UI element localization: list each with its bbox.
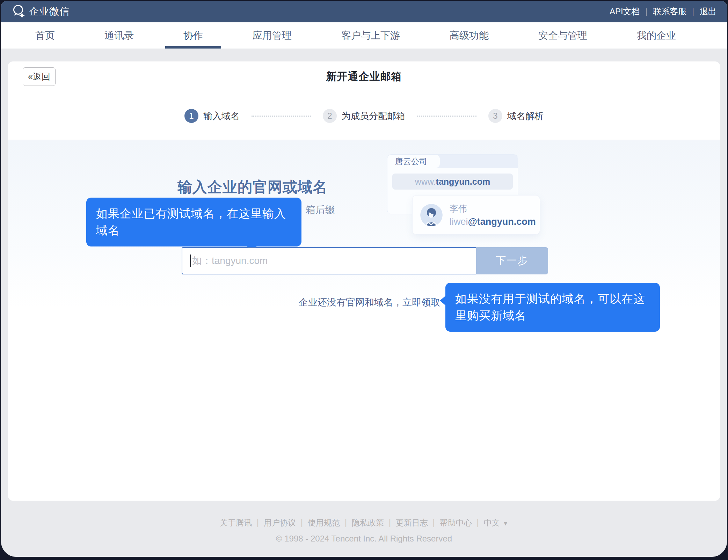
step-1-circle: 1 [184, 109, 198, 123]
app-window: 企业微信 API文档 | 联系客服 | 退出 首页 通讯录 协作 应用管理 客户… [1, 1, 727, 557]
domain-input-wrap [182, 247, 476, 274]
nav-tab-app-management[interactable]: 应用管理 [253, 22, 292, 49]
footer-link-changelog[interactable]: 更新日志 [396, 517, 428, 528]
avatar [420, 204, 443, 226]
nav-tab-security[interactable]: 安全与管理 [538, 22, 587, 49]
step-enter-domain: 1 输入域名 [184, 109, 240, 123]
contact-support-link[interactable]: 联系客服 [653, 6, 686, 17]
tooltip-buy-domain-text: 如果没有用于测试的域名，可以在这里购买新域名 [455, 292, 645, 322]
footer-separator: | [389, 518, 391, 528]
step-connector [252, 116, 311, 117]
tooltip-enter-domain-text: 如果企业已有测试域名，在这里输入域名 [96, 207, 286, 237]
footer-links: 关于腾讯 | 用户协议 | 使用规范 | 隐私政策 | 更新日志 | 帮助中心 … [220, 517, 508, 528]
topbar-links: API文档 | 联系客服 | 退出 [610, 6, 716, 17]
email-preview-card: 李伟 liwei@tangyun.com [412, 195, 540, 235]
top-bar: 企业微信 API文档 | 联系客服 | 退出 [1, 1, 727, 22]
logout-link[interactable]: 退出 [700, 6, 716, 17]
tooltip-enter-domain: 如果企业已有测试域名，在这里输入域名 [86, 198, 301, 246]
main-nav: 首页 通讯录 协作 应用管理 客户与上下游 高级功能 安全与管理 我的企业 [1, 22, 727, 49]
url-domain: tangyun.com [436, 177, 490, 187]
language-selector[interactable]: 中文 ▼ [484, 517, 508, 528]
claim-domain-link[interactable]: 立即领取 [402, 297, 440, 308]
language-label: 中文 [484, 518, 500, 527]
step-3-label: 域名解析 [507, 110, 544, 122]
tooltip-left-arrow [440, 295, 446, 306]
person-name: 李伟 [450, 203, 536, 214]
next-step-button[interactable]: 下一步 [476, 247, 548, 274]
chevron-down-icon: ▼ [503, 521, 508, 526]
hero-heading: 输入企业的官网或域名 [177, 177, 328, 197]
no-domain-text: 企业还没有官网和域名， [299, 297, 402, 308]
email-user: liwei [450, 216, 468, 227]
wecom-logo[interactable]: 企业微信 [12, 4, 70, 19]
nav-tab-customers[interactable]: 客户与上下游 [341, 22, 400, 49]
api-docs-link[interactable]: API文档 [610, 6, 640, 17]
topbar-separator: | [692, 7, 694, 16]
browser-tab-strip: 唐云公司 [387, 155, 518, 168]
footer-separator: | [257, 518, 259, 528]
person-email: liwei@tangyun.com [450, 216, 536, 227]
step-domain-resolution: 3 域名解析 [488, 109, 544, 123]
hero-subtitle-partial: 箱后缀 [306, 203, 335, 216]
footer-separator: | [477, 518, 479, 528]
footer: 关于腾讯 | 用户协议 | 使用规范 | 隐私政策 | 更新日志 | 帮助中心 … [1, 501, 727, 557]
copyright-text: © 1998 - 2024 Tencent Inc. All Rights Re… [276, 534, 452, 544]
wecom-logo-icon [12, 4, 26, 19]
footer-link-about[interactable]: 关于腾讯 [220, 517, 252, 528]
footer-separator: | [345, 518, 347, 528]
back-button[interactable]: «返回 [23, 67, 56, 86]
logo-title: 企业微信 [29, 5, 70, 18]
nav-tab-my-company[interactable]: 我的企业 [637, 22, 676, 49]
company-tab: 唐云公司 [387, 155, 440, 168]
nav-tab-contacts[interactable]: 通讯录 [104, 22, 134, 49]
hero-section: 输入企业的官网或域名 箱后缀 唐云公司 www. tangyun.com [8, 140, 720, 501]
step-3-circle: 3 [488, 109, 502, 123]
footer-link-privacy[interactable]: 隐私政策 [352, 517, 384, 528]
step-2-circle: 2 [323, 109, 337, 123]
wizard-stepper: 1 输入域名 2 为成员分配邮箱 3 域名解析 [8, 92, 720, 140]
url-bar: www. tangyun.com [392, 174, 513, 190]
footer-link-terms[interactable]: 用户协议 [264, 517, 296, 528]
email-domain: @tangyun.com [468, 216, 536, 227]
nav-tab-collaboration[interactable]: 协作 [183, 22, 203, 49]
page-header: «返回 新开通企业邮箱 [8, 61, 720, 92]
footer-separator: | [433, 518, 435, 528]
domain-input[interactable] [182, 247, 476, 274]
page-title: 新开通企业邮箱 [326, 69, 402, 84]
tooltip-buy-domain: 如果没有用于测试的域名，可以在这里购买新域名 [445, 283, 660, 332]
step-connector [417, 116, 476, 117]
step-1-label: 输入域名 [203, 110, 240, 122]
nav-tab-home[interactable]: 首页 [35, 22, 55, 49]
content-card: «返回 新开通企业邮箱 1 输入域名 2 为成员分配邮箱 3 域名解析 输入企业… [8, 61, 720, 501]
topbar-separator: | [646, 7, 648, 16]
person-info: 李伟 liwei@tangyun.com [450, 203, 536, 227]
footer-link-usage[interactable]: 使用规范 [308, 517, 340, 528]
no-domain-row: 企业还没有官网和域名，立即领取 [299, 296, 440, 309]
step-2-label: 为成员分配邮箱 [342, 110, 405, 122]
footer-separator: | [301, 518, 303, 528]
url-prefix: www. [415, 177, 436, 187]
text-cursor [190, 255, 191, 267]
footer-link-help[interactable]: 帮助中心 [440, 517, 472, 528]
step-assign-mailboxes: 2 为成员分配邮箱 [323, 109, 405, 123]
nav-tab-advanced[interactable]: 高级功能 [450, 22, 489, 49]
